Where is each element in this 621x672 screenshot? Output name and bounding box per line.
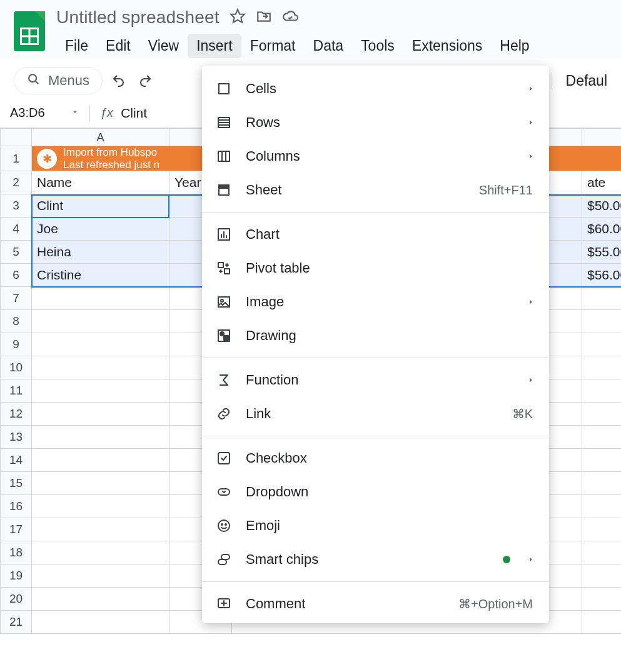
cell-A17[interactable] bbox=[32, 518, 169, 541]
cell-A21[interactable] bbox=[32, 611, 169, 634]
menu-item-sheet[interactable]: SheetShift+F11 bbox=[202, 173, 549, 207]
cell-A2[interactable]: Name bbox=[32, 171, 169, 194]
row-header-8[interactable]: 8 bbox=[1, 310, 32, 333]
cell-A13[interactable] bbox=[32, 426, 169, 449]
cell-A3[interactable]: Clint bbox=[32, 194, 169, 218]
cell-A11[interactable] bbox=[32, 379, 169, 403]
redo-button[interactable] bbox=[135, 71, 155, 91]
menu-item-dropdown[interactable]: Dropdown bbox=[202, 475, 549, 509]
menu-file[interactable]: File bbox=[56, 34, 97, 58]
column-header-A[interactable]: A bbox=[32, 129, 169, 146]
row-header-17[interactable]: 17 bbox=[1, 518, 32, 541]
cell-A5[interactable]: Heina bbox=[32, 241, 169, 264]
cell-A19[interactable] bbox=[32, 564, 169, 588]
row-header-3[interactable]: 3 bbox=[1, 194, 32, 218]
menus-search[interactable]: Menus bbox=[14, 67, 103, 94]
menu-item-image[interactable]: Image bbox=[202, 285, 549, 319]
row-header-9[interactable]: 9 bbox=[1, 333, 32, 356]
row-header-21[interactable]: 21 bbox=[1, 611, 32, 634]
menu-view[interactable]: View bbox=[139, 34, 188, 58]
menu-item-chart[interactable]: Chart bbox=[202, 218, 549, 251]
cell-D4[interactable]: $60.00 bbox=[582, 218, 622, 241]
cell-A6[interactable]: Cristine bbox=[32, 264, 169, 287]
menu-item-smart-chips[interactable]: Smart chips bbox=[202, 543, 549, 576]
cell-D6[interactable]: $56.00 bbox=[582, 264, 622, 287]
row-header-10[interactable]: 10 bbox=[1, 356, 32, 379]
menu-item-link[interactable]: Link⌘K bbox=[202, 397, 549, 431]
row-header-15[interactable]: 15 bbox=[1, 472, 32, 495]
star-icon[interactable] bbox=[230, 8, 246, 27]
cell-A18[interactable] bbox=[32, 541, 169, 564]
cell-D5[interactable]: $55.00 bbox=[582, 241, 622, 264]
cell-D2[interactable]: ate bbox=[582, 171, 622, 194]
menu-item-pivot-table[interactable]: Pivot table bbox=[202, 251, 549, 285]
menu-help[interactable]: Help bbox=[491, 34, 538, 58]
name-box[interactable]: A3:D6 bbox=[6, 103, 66, 123]
menu-data[interactable]: Data bbox=[305, 34, 353, 58]
cell-A4[interactable]: Joe bbox=[32, 218, 169, 241]
row-header-18[interactable]: 18 bbox=[1, 541, 32, 564]
cell-A10[interactable] bbox=[32, 356, 169, 379]
chevron-down-icon[interactable] bbox=[71, 108, 79, 119]
menu-item-cells[interactable]: Cells bbox=[202, 72, 549, 106]
cloud-status-icon[interactable] bbox=[282, 8, 298, 27]
cell-D14[interactable] bbox=[582, 449, 622, 472]
column-header-D[interactable] bbox=[582, 129, 622, 146]
menu-item-drawing[interactable]: Drawing bbox=[202, 319, 549, 353]
row-header-13[interactable]: 13 bbox=[1, 426, 32, 449]
menu-item-emoji[interactable]: Emoji bbox=[202, 509, 549, 543]
menu-item-comment[interactable]: Comment⌘+Option+M bbox=[202, 587, 549, 621]
cell-D12[interactable] bbox=[582, 403, 622, 426]
cell-D20[interactable] bbox=[582, 588, 622, 611]
cell-D13[interactable] bbox=[582, 426, 622, 449]
move-to-folder-icon[interactable] bbox=[256, 8, 272, 27]
cell-A15[interactable] bbox=[32, 472, 169, 495]
menu-item-rows[interactable]: Rows bbox=[202, 106, 549, 139]
row-header-4[interactable]: 4 bbox=[1, 218, 32, 241]
row-header-16[interactable]: 16 bbox=[1, 495, 32, 518]
row-header-14[interactable]: 14 bbox=[1, 449, 32, 472]
row-header-5[interactable]: 5 bbox=[1, 241, 32, 264]
row-header-12[interactable]: 12 bbox=[1, 403, 32, 426]
select-all-corner[interactable] bbox=[1, 129, 32, 146]
row-header-6[interactable]: 6 bbox=[1, 264, 32, 287]
row-header-1[interactable]: 1 bbox=[1, 146, 32, 171]
insert-menu[interactable]: CellsRowsColumnsSheetShift+F11ChartPivot… bbox=[202, 66, 549, 623]
cell-D19[interactable] bbox=[582, 564, 622, 588]
row-header-2[interactable]: 2 bbox=[1, 171, 32, 194]
cell-D9[interactable] bbox=[582, 333, 622, 356]
menu-tools[interactable]: Tools bbox=[352, 34, 403, 58]
cell-D7[interactable] bbox=[582, 287, 622, 310]
formula-value[interactable]: Clint bbox=[121, 106, 147, 121]
cell-A8[interactable] bbox=[32, 310, 169, 333]
menu-edit[interactable]: Edit bbox=[97, 34, 139, 58]
row-header-19[interactable]: 19 bbox=[1, 564, 32, 588]
cell-A20[interactable] bbox=[32, 588, 169, 611]
cell-D18[interactable] bbox=[582, 541, 622, 564]
font-name-label[interactable]: Defaul bbox=[566, 73, 607, 89]
menu-extensions[interactable]: Extensions bbox=[403, 34, 492, 58]
cell-A12[interactable] bbox=[32, 403, 169, 426]
menu-item-checkbox[interactable]: Checkbox bbox=[202, 441, 549, 475]
document-title[interactable]: Untitled spreadsheet bbox=[56, 8, 220, 28]
cell-D21[interactable] bbox=[582, 611, 622, 634]
cell-D16[interactable] bbox=[582, 495, 622, 518]
menu-format[interactable]: Format bbox=[241, 34, 305, 58]
cell-D3[interactable]: $50.00 bbox=[582, 194, 622, 218]
cell-A14[interactable] bbox=[32, 449, 169, 472]
menu-insert[interactable]: Insert bbox=[188, 34, 241, 58]
row-header-20[interactable]: 20 bbox=[1, 588, 32, 611]
menu-item-function[interactable]: Function bbox=[202, 363, 549, 397]
cell-D8[interactable] bbox=[582, 310, 622, 333]
cell-D17[interactable] bbox=[582, 518, 622, 541]
cell-D11[interactable] bbox=[582, 379, 622, 403]
row-header-11[interactable]: 11 bbox=[1, 379, 32, 403]
row-header-7[interactable]: 7 bbox=[1, 287, 32, 310]
cell-D10[interactable] bbox=[582, 356, 622, 379]
cell-A7[interactable] bbox=[32, 287, 169, 310]
cell-D15[interactable] bbox=[582, 472, 622, 495]
undo-button[interactable] bbox=[109, 71, 129, 91]
cell-A16[interactable] bbox=[32, 495, 169, 518]
menu-item-columns[interactable]: Columns bbox=[202, 139, 549, 173]
cell-A9[interactable] bbox=[32, 333, 169, 356]
